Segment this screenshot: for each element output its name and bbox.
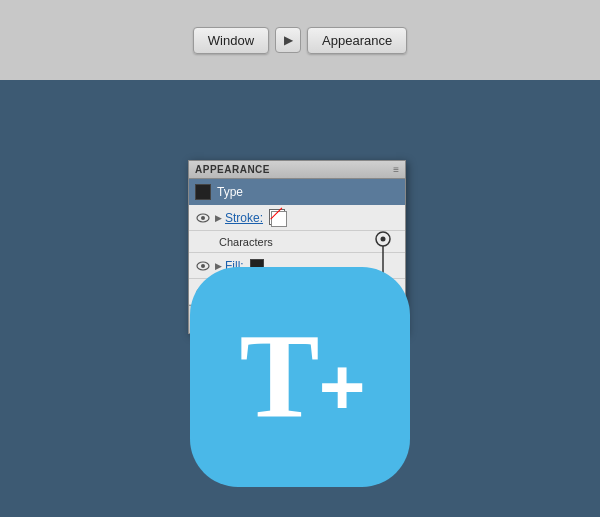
stroke-none-swatch <box>271 211 287 227</box>
app-icon: T+ <box>190 267 410 487</box>
svg-point-7 <box>201 264 205 268</box>
panel-titlebar: APPEARANCE ≡ <box>189 161 405 179</box>
appearance-button[interactable]: Appearance <box>307 27 407 54</box>
app-icon-text: T+ <box>240 317 361 437</box>
svg-point-3 <box>381 237 386 242</box>
panel-title: APPEARANCE <box>195 164 270 175</box>
stroke-row[interactable]: ▶ Stroke: <box>189 205 405 231</box>
window-button[interactable]: Window <box>193 27 269 54</box>
arrow-button[interactable]: ▶ <box>275 27 301 53</box>
canvas-area: APPEARANCE ≡ Type ▶ Stroke: C <box>0 80 600 517</box>
arrow-icon: ▶ <box>284 33 293 47</box>
stroke-swatch-container[interactable] <box>269 209 287 227</box>
type-label: Type <box>217 185 243 199</box>
type-swatch <box>195 184 211 200</box>
characters-row: Characters <box>189 231 405 253</box>
stroke-expand-icon: ▶ <box>215 213 222 223</box>
fill-eye-icon[interactable] <box>195 260 211 272</box>
top-toolbar: Window ▶ Appearance <box>0 0 600 80</box>
type-row: Type <box>189 179 405 205</box>
svg-point-2 <box>376 232 390 246</box>
stroke-link[interactable]: Stroke: <box>225 211 263 225</box>
app-icon-letter: T <box>240 317 315 437</box>
svg-point-1 <box>201 216 205 220</box>
panel-grip-icon: ≡ <box>393 164 399 175</box>
app-icon-plus: + <box>319 347 361 427</box>
stroke-eye-icon[interactable] <box>195 212 211 224</box>
characters-label: Characters <box>219 236 273 248</box>
